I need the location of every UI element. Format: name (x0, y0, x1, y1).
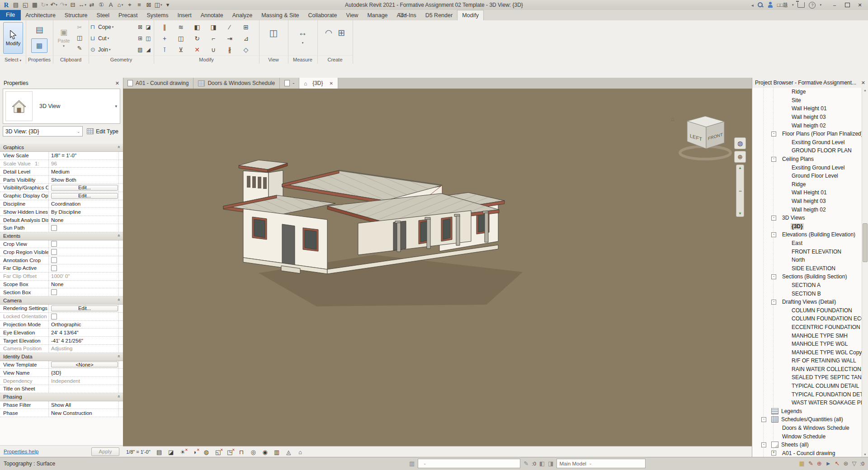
browser-tree-item[interactable]: Floor Plans (Floor Plan FInalized) (752, 130, 862, 138)
copy-icon[interactable]: ◫ (173, 33, 189, 44)
property-checkbox[interactable] (51, 265, 57, 271)
qat-button[interactable]: ↶ ▾ (50, 0, 58, 9)
property-row[interactable]: Dependency Independent Independent » (0, 377, 123, 385)
browser-tree-item[interactable]: SEALED TYPE SEPTIC TANK (752, 373, 862, 382)
property-row[interactable]: Phase Filter Show All Show All » (0, 401, 123, 409)
property-row[interactable]: Detail Level Medium Medium » (0, 168, 123, 176)
qat-button[interactable]: ▾ ▾ (164, 0, 172, 9)
wall-joins-icon[interactable]: ⊞ (136, 35, 144, 42)
browser-tree-item[interactable]: Wall Height 01 (752, 104, 862, 113)
property-checkbox[interactable] (51, 225, 57, 231)
browser-tree-item[interactable]: Drafting Views (Detail) (752, 298, 862, 306)
modify-tool-button[interactable]: Modify (3, 22, 23, 54)
browser-tree-item[interactable]: FRONT ELEVATION (752, 247, 862, 256)
user-menu-caret-icon[interactable]: ▾ (792, 3, 794, 7)
trim-extend-corner-icon[interactable]: ⌐ (205, 33, 222, 44)
browser-tree-item[interactable]: Doors & Windows Schedule (752, 424, 862, 432)
temporary-hide-isolate-icon[interactable]: ◎ (250, 449, 257, 456)
steering-wheel-icon[interactable]: ◍ (734, 137, 746, 149)
active-option-icon[interactable]: ◨ (548, 460, 553, 467)
beam-cope-icon[interactable]: ◪ (144, 24, 152, 30)
app-store-cart-icon[interactable] (797, 2, 805, 8)
browser-tree-item[interactable]: North (752, 256, 862, 264)
collapse-search-icon[interactable]: ◂ (751, 3, 754, 8)
zoom-icon[interactable]: ⊕ (734, 151, 746, 163)
qat-button[interactable]: ⊟ ▾ (69, 0, 77, 9)
ribbon-tab[interactable]: View (342, 10, 363, 20)
property-row[interactable]: Far Clip Offset 1000' 0" 1000' 0" » (0, 273, 123, 281)
show-crop-region-icon[interactable]: ◳✕ (226, 449, 234, 456)
ribbon-tab[interactable]: Analyze (228, 10, 257, 20)
panel-label-select[interactable]: Select ▾ (0, 55, 26, 64)
split-with-gap-icon[interactable]: ∦ (222, 44, 238, 55)
3d-viewport[interactable]: ⌂ LEFT FRONT ◍ ⊕ ▲ ••• ▼ (123, 89, 752, 446)
property-edit-button[interactable]: Edit... (51, 193, 118, 199)
property-edit-button[interactable]: Edit... (51, 185, 118, 191)
property-row[interactable]: View Template <None> <None> » (0, 361, 123, 369)
reveal-hidden-elements-icon[interactable]: ◉ (261, 449, 269, 456)
property-row[interactable]: Discipline Coordination Coordination » (0, 200, 123, 208)
dropdown-caret-icon[interactable]: ▾ (108, 37, 109, 40)
ribbon-tab[interactable]: D5 Render (421, 10, 457, 20)
user-name[interactable]: □□题 (777, 2, 788, 9)
select-elements-by-face-icon[interactable]: ► (826, 460, 831, 467)
measure-tool-icon[interactable]: ↔ (288, 28, 317, 38)
document-tab[interactable]: {3D} ✕ (299, 78, 338, 89)
qat-button[interactable]: ◫ ▾ (154, 0, 162, 9)
paint-icon[interactable]: ▨ (136, 47, 144, 53)
demolish-icon[interactable]: ◢ (144, 47, 152, 53)
property-edit-button[interactable]: Edit... (51, 306, 118, 311)
ribbon-tab[interactable]: Annotate (196, 10, 228, 20)
section-collapse-icon[interactable]: » (117, 355, 122, 357)
trim-extend-single-icon[interactable]: ⇥ (222, 33, 238, 44)
dropdown-caret-icon[interactable]: ▾ (46, 3, 48, 7)
ribbon-tab[interactable]: Structure (60, 10, 92, 20)
dropdown-caret-icon[interactable]: ▾ (112, 25, 114, 29)
property-row[interactable]: Rendering Settings Edit... Edit... » (0, 305, 123, 313)
qat-button[interactable]: ⌂ ▾ (116, 0, 124, 9)
section-collapse-icon[interactable]: » (117, 395, 122, 398)
type-selector-caret-icon[interactable]: ▾ (115, 104, 117, 108)
close-properties-icon[interactable]: ✕ (115, 80, 119, 86)
edit-type-button[interactable]: Edit Type (85, 127, 120, 136)
property-row[interactable]: Default Analysis Disp... None None » (0, 216, 123, 224)
property-row[interactable]: View Scale 1/8" = 1'-0" 1/8" = 1'-0" » (0, 152, 123, 160)
align-icon[interactable]: ∥ (156, 21, 173, 33)
cut-geometry-icon[interactable]: ⊔ (90, 35, 98, 42)
drag-elements-on-selection-icon[interactable]: ↖ (835, 460, 840, 467)
property-row[interactable]: Sun Path » (0, 224, 123, 232)
scale-icon[interactable]: ⊿ (238, 33, 254, 44)
help-icon[interactable]: ? (809, 2, 816, 9)
property-row[interactable]: Phasing » (0, 393, 123, 401)
apply-button[interactable]: Apply (91, 447, 119, 456)
hidden-windows-icon[interactable]: ◫ (259, 28, 288, 38)
property-checkbox[interactable] (51, 249, 57, 255)
highlight-displacement-icon[interactable]: ⌂ (297, 449, 304, 456)
property-row[interactable]: Eye Elevation 24' 4 13/64" 24' 4 13/64" … (0, 329, 123, 337)
workset-combo[interactable]: ⌄ (418, 459, 520, 468)
insulation-icon[interactable]: ◠ (325, 28, 333, 38)
split-face-icon[interactable]: ◫ (144, 35, 152, 42)
scrollbar-thumb[interactable] (863, 223, 868, 262)
view-scale-button[interactable]: 1/8" = 1'-0" (126, 449, 151, 455)
worksets-icon[interactable]: ▥ (409, 460, 415, 467)
browser-tree-item[interactable]: SECTION B (752, 289, 862, 298)
design-options-icon[interactable]: ◧ (539, 460, 545, 467)
tree-expand-icon[interactable] (771, 132, 776, 136)
qat-button[interactable]: ◱ ▾ (21, 0, 29, 9)
browser-tree-item[interactable]: A01 - Council drawing (752, 449, 862, 457)
viewcube[interactable]: ⌂ LEFT FRONT (671, 116, 731, 159)
create-similar-icon[interactable]: ◇ (238, 44, 254, 55)
qat-button[interactable]: ▦ ▾ (31, 0, 39, 9)
browser-tree-item[interactable]: SECTION A (752, 281, 862, 290)
browser-tree-item[interactable]: COLUMN FOUNDATION ECCENTRIC (752, 315, 862, 323)
crop-view-icon[interactable]: ◱✕ (214, 449, 222, 456)
section-collapse-icon[interactable]: » (117, 234, 122, 237)
property-checkbox[interactable] (51, 257, 57, 263)
slider-up-icon[interactable]: ▲ (738, 166, 742, 170)
tree-expand-icon[interactable] (771, 232, 776, 237)
background-processes-icon[interactable]: ⊛ (844, 460, 849, 467)
viewcube-home-icon[interactable]: ⌂ (671, 116, 675, 122)
browser-tree-item[interactable]: Site (752, 96, 862, 105)
property-row[interactable]: Show Hidden Lines By Discipline By Disci… (0, 208, 123, 216)
